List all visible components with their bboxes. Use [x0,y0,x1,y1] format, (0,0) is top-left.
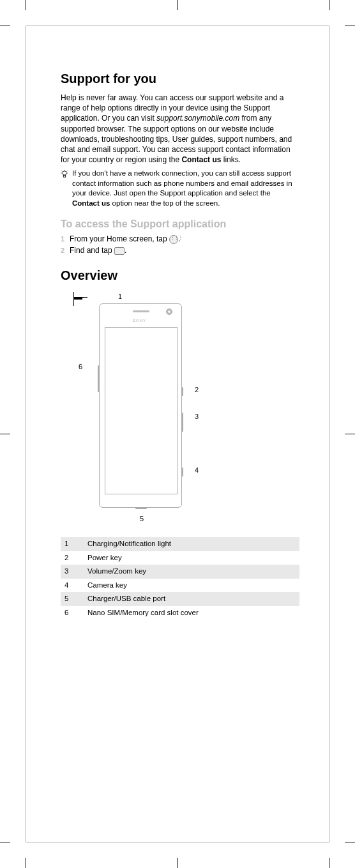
support-paragraph: Help is never far away. You can access o… [61,93,299,165]
page-content: Support for you Help is never far away. … [61,70,299,620]
power-key-btn [181,387,183,396]
phone-screen [105,327,178,494]
volume-key-btn [181,413,183,432]
part-number: 1 [61,537,84,551]
camera-key-btn [181,468,183,476]
tip-block: If you don't have a network connection, … [61,169,299,208]
tip-text-b: option near the top of the screen. [110,199,220,207]
heading-access-support: To access the Support application [61,217,299,231]
sim-slot-cover [98,365,100,392]
diagram-label-4: 4 [195,466,199,475]
contact-us-bold-2: Contact us [72,199,110,207]
part-label: Charging/Notification light [84,537,299,551]
svg-line-4 [67,171,68,172]
table-row: 2Power key [61,551,299,565]
phone-outline: SONY [99,303,182,508]
leader-5 [73,300,74,306]
diagram-label-3: 3 [195,412,199,422]
part-number: 6 [61,606,84,620]
support-link: support.sonymobile.com [156,114,239,123]
part-label: Charger/USB cable port [84,592,299,606]
table-row: 4Camera key [61,579,299,593]
tip-icon [61,169,72,208]
step-2-text: Find and tap . [70,245,299,255]
steps-list: 1 From your Home screen, tap . 2 Find an… [61,234,299,255]
heading-support: Support for you [61,70,299,88]
part-number: 3 [61,565,84,579]
svg-rect-1 [63,176,65,178]
usb-port [135,507,147,509]
contact-us-bold-1: Contact us [181,155,221,164]
svg-line-3 [62,171,63,172]
apps-icon [169,235,178,244]
tip-text-a: If you don't have a network connection, … [72,169,292,197]
xperia-care-icon [114,247,125,255]
table-row: 5Charger/USB cable port [61,592,299,606]
step-2-text-a: Find and tap [70,246,114,255]
phone-brand-logo: SONY [133,318,146,323]
step-1-text-a: From your Home screen, tap [70,234,169,243]
step-1-number: 1 [61,234,70,244]
device-diagram: SONY 1 6 2 3 4 5 [73,292,233,528]
table-row: 6Nano SIM/Memory card slot cover [61,606,299,620]
svg-point-0 [63,171,66,175]
table-row: 1Charging/Notification light [61,537,299,551]
diagram-label-2: 2 [195,385,199,395]
step-1-text: From your Home screen, tap . [70,234,299,244]
leader-4 [73,299,82,300]
diagram-label-5: 5 [140,514,144,524]
leader-1 [73,292,74,297]
part-number: 2 [61,551,84,565]
step-2: 2 Find and tap . [61,245,299,255]
phone-front-camera [166,308,172,315]
diagram-label-6: 6 [79,362,82,372]
table-row: 3Volume/Zoom key [61,565,299,579]
part-label: Power key [84,551,299,565]
parts-legend-table: 1Charging/Notification light2Power key3V… [61,537,299,620]
phone-speaker [133,310,149,312]
part-number: 5 [61,592,84,606]
part-label: Nano SIM/Memory card slot cover [84,606,299,620]
part-label: Volume/Zoom key [84,565,299,579]
step-1: 1 From your Home screen, tap . [61,234,299,244]
diagram-label-1: 1 [118,292,122,301]
heading-overview: Overview [61,267,299,284]
step-2-text-b: . [125,246,126,255]
tip-text: If you don't have a network connection, … [72,169,299,208]
step-2-number: 2 [61,246,70,255]
part-number: 4 [61,579,84,593]
support-text-c: links. [221,155,241,164]
part-label: Camera key [84,579,299,593]
